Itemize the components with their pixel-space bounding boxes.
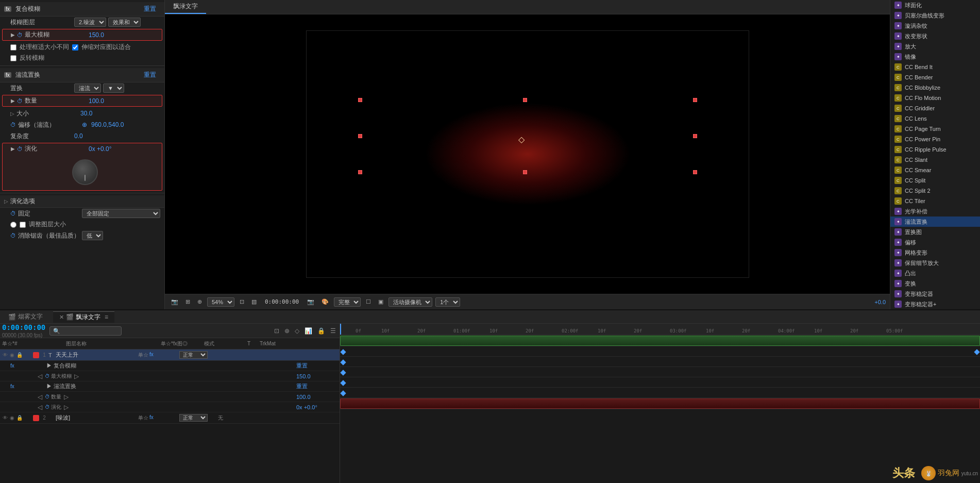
tl-btn-lock[interactable]: 🔒 xyxy=(316,327,327,335)
timeline-search[interactable] xyxy=(49,326,122,336)
tl-btn-add[interactable]: ⊕ xyxy=(283,327,291,335)
amount-key-left[interactable]: ◁ xyxy=(36,393,44,401)
right-panel-item-cc-blobbylize[interactable]: CCC Blobbylize xyxy=(890,82,980,93)
right-panel-item-cc-power-pin[interactable]: CCC Power Pin xyxy=(890,134,980,144)
preview-grid-btn[interactable]: ⊞ xyxy=(183,297,192,306)
evolution-clock[interactable]: ⏱ xyxy=(17,146,23,152)
right-panel-item-spherize[interactable]: ✦球面化 xyxy=(890,0,980,10)
right-panel-item-cc-split-2[interactable]: CCC Split 2 xyxy=(890,186,980,196)
layer-1-eye[interactable]: 👁 xyxy=(2,352,8,358)
preview-fit-btn[interactable]: ⊡ xyxy=(238,297,246,306)
mask-layer-select[interactable]: 2.噪波 xyxy=(74,18,106,27)
right-panel-item-cc-ripple-pulse[interactable]: CCC Ripple Pulse xyxy=(890,144,980,155)
tab-piaoshu-x[interactable]: ✕ xyxy=(59,314,64,321)
evolve-options-header[interactable]: ▷ 演化选项 xyxy=(0,195,164,208)
preview-zoom-select[interactable]: 54% xyxy=(207,297,234,307)
size-value[interactable]: 30.0 xyxy=(80,110,160,117)
right-panel-item-mirror[interactable]: ✦镜像 xyxy=(890,52,980,62)
preview-camera-select[interactable]: 活动摄像机 xyxy=(388,297,432,307)
right-panel-item-mesh-warp[interactable]: ✦网格变形 xyxy=(890,247,980,258)
right-panel-item-cc-slant[interactable]: CCC Slant xyxy=(890,155,980,165)
amount-value[interactable]: 100.0 xyxy=(89,97,159,105)
right-panel-item-preserve-detail[interactable]: ✦保留细节放大 xyxy=(890,258,980,268)
adjust-checkbox[interactable] xyxy=(20,222,26,228)
layer-1-lock[interactable]: 🔒 xyxy=(16,352,23,358)
right-panel-item-magnify[interactable]: ✦放大 xyxy=(890,41,980,52)
right-panel-item-bezier-warp[interactable]: ✦贝塞尔曲线变形 xyxy=(890,10,980,21)
preview-toggle-btn[interactable]: ▧ xyxy=(249,297,259,306)
preview-target-btn[interactable]: ⊕ xyxy=(195,297,204,306)
right-panel-item-cc-bender[interactable]: CCC Bender xyxy=(890,72,980,82)
preview-box-btn[interactable]: ☐ xyxy=(364,297,373,306)
tab-yanwu[interactable]: 🎬 烟雾文字 xyxy=(2,311,49,322)
tab-piaoshu[interactable]: ✕ 🎬 飘渌文字 ≡ xyxy=(53,311,114,323)
right-panel-item-offset[interactable]: ✦偏移 xyxy=(890,237,980,247)
antialiasing-select[interactable]: 低 xyxy=(82,231,103,240)
adjust-radio[interactable] xyxy=(10,222,16,228)
max-blur-key-left[interactable]: ◁ xyxy=(36,372,44,380)
right-panel-item-cc-tiler[interactable]: CCC Tiler xyxy=(890,196,980,206)
fixed-select[interactable]: 全部固定 xyxy=(82,209,160,218)
max-blur-value[interactable]: 150.0 xyxy=(89,31,159,39)
max-blur-clock[interactable]: ⏱ xyxy=(17,32,23,38)
tl-btn-key[interactable]: ◇ xyxy=(293,327,301,335)
right-panel-item-morph[interactable]: ✦改变形状 xyxy=(890,31,980,41)
right-panel-item-warp-stabilizer[interactable]: ✦变形稳定器 xyxy=(890,289,980,299)
layer-2-eye[interactable]: 👁 xyxy=(2,415,8,421)
displace-type-select[interactable]: 湍流 xyxy=(74,84,101,93)
invert-checkbox[interactable] xyxy=(10,55,16,61)
composite-blur-reset[interactable]: 重置 xyxy=(140,4,160,14)
evolution-key-right[interactable]: ▷ xyxy=(62,403,70,411)
preview-color-btn[interactable]: 🎨 xyxy=(319,297,331,306)
layer-2-lock[interactable]: 🔒 xyxy=(16,415,23,421)
preview-quality-select[interactable]: 完整 xyxy=(334,297,361,307)
right-panel-item-cc-bend-it[interactable]: CCC Bend It xyxy=(890,62,980,72)
composite-blur-header[interactable]: fx 复合模糊 重置 xyxy=(0,2,164,16)
track-2-clip[interactable] xyxy=(340,398,980,409)
evolution-dial[interactable] xyxy=(72,159,98,185)
evolution-keyframe-icon[interactable]: ⏱ xyxy=(45,404,50,410)
preview-tab-piaoshu[interactable]: 飘渌文字 xyxy=(165,0,206,14)
evolution-key-left[interactable]: ◁ xyxy=(36,403,44,411)
right-panel-item-emboss[interactable]: ✦凸出 xyxy=(890,268,980,278)
amount-key-right[interactable]: ▷ xyxy=(62,393,70,401)
right-panel-item-more[interactable]: ✦变形稳定器+ xyxy=(890,299,980,309)
right-panel-item-cc-page-turn[interactable]: CCC Page Turn xyxy=(890,124,980,134)
stretch-option-checkbox[interactable] xyxy=(72,44,78,51)
layer-row-1[interactable]: 👁 ◉ 🔒 1 T 天天上升 单☆ fx 正常 xyxy=(0,349,340,361)
right-panel-item-cc-smear[interactable]: CCC Smear xyxy=(890,165,980,175)
tl-btn-solo[interactable]: ⊡ xyxy=(273,327,281,335)
tl-btn-options[interactable]: ☰ xyxy=(329,327,337,335)
right-panel-item-transform[interactable]: ✦变换 xyxy=(890,278,980,289)
offset-value[interactable]: 960.0,540.0 xyxy=(91,121,160,128)
stretch-checkbox[interactable] xyxy=(10,44,16,51)
layer-1-solo[interactable]: ◉ xyxy=(9,352,15,358)
evolution-value[interactable]: 0x +0.0° xyxy=(89,145,159,153)
sub-composite-reset[interactable]: 重置 xyxy=(296,362,337,370)
right-panel-item-vortex[interactable]: ✦漩涡杂纹 xyxy=(890,21,980,31)
effect-mode-select[interactable]: 效果和 xyxy=(108,18,141,27)
right-panel-item-optical-comp[interactable]: ✦光学补偿 xyxy=(890,206,980,216)
tab-piaoshu-menu[interactable]: ≡ xyxy=(105,313,108,321)
layer-1-mode[interactable]: 正常 xyxy=(179,351,208,359)
evolution-tl-value[interactable]: 0x +0.0° xyxy=(296,404,337,410)
layer-2-solo[interactable]: ◉ xyxy=(9,415,15,421)
preview-box2-btn[interactable]: ▣ xyxy=(376,297,385,306)
layer-row-2[interactable]: 👁 ◉ 🔒 2 [噪波] 单☆ fx 正常 无 xyxy=(0,412,340,424)
turbulent-reset[interactable]: 重置 xyxy=(140,70,160,80)
amount-tl-value[interactable]: 100.0 xyxy=(296,394,337,400)
track-1-clip[interactable] xyxy=(340,336,980,346)
right-panel-item-cc-flo-motion[interactable]: CCC Flo Motion xyxy=(890,93,980,103)
preview-camera-btn[interactable]: 📷 xyxy=(305,297,316,306)
right-panel-item-cc-lens[interactable]: CCC Lens xyxy=(890,113,980,124)
amount-clock[interactable]: ⏱ xyxy=(17,98,23,104)
right-panel-item-cc-griddler[interactable]: CCC Griddler xyxy=(890,103,980,113)
max-blur-key-right[interactable]: ▷ xyxy=(73,372,80,380)
max-blur-tl-value[interactable]: 150.0 xyxy=(296,373,337,379)
tl-btn-graph[interactable]: 📊 xyxy=(303,327,314,335)
right-panel-item-cc-split[interactable]: CCC Split xyxy=(890,175,980,186)
right-panel-item-displacement-map[interactable]: ✦置换图 xyxy=(890,227,980,237)
playhead[interactable] xyxy=(340,324,341,335)
sub-turbulent-reset[interactable]: 重置 xyxy=(296,382,337,390)
layer-2-mode[interactable]: 正常 xyxy=(179,414,208,422)
